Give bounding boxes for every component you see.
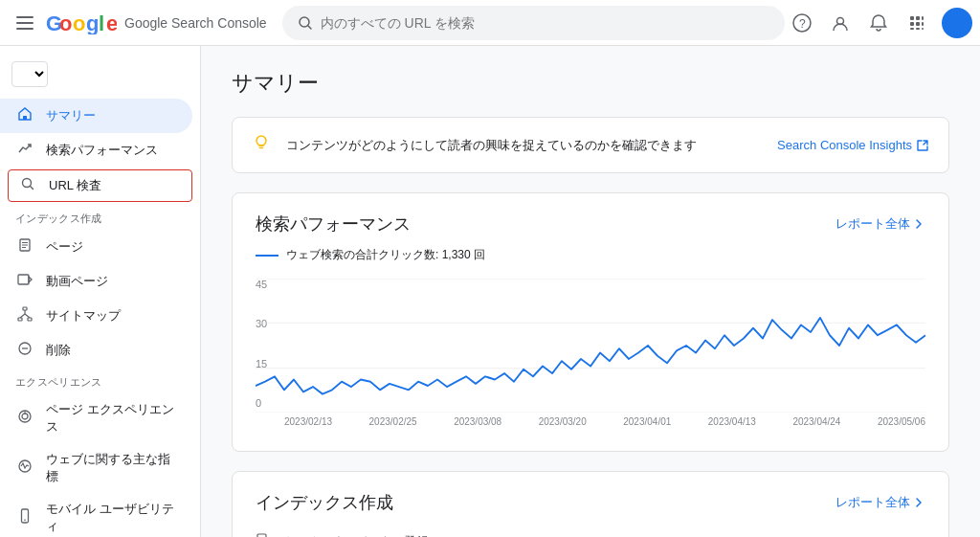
- menu-button[interactable]: [8, 6, 42, 40]
- search-performance-card: 検索パフォーマンス レポート全体 ウェブ検索の合計クリック数: 1,330 回 …: [232, 192, 949, 452]
- home-icon: [15, 106, 34, 125]
- index-chevron-icon: [912, 496, 925, 509]
- sidebar-item-removals[interactable]: 削除: [0, 333, 192, 368]
- sidebar-label-url-inspection: URL 検査: [49, 177, 101, 194]
- svg-text:l: l: [99, 11, 104, 34]
- svg-point-41: [22, 414, 28, 419]
- sidebar-item-search-performance[interactable]: 検索パフォーマンス: [0, 133, 192, 168]
- account-button[interactable]: [823, 6, 858, 40]
- header-actions: ?: [785, 6, 972, 40]
- notifications-button[interactable]: [861, 6, 896, 40]
- sidebar-label-sitemaps: サイトマップ: [46, 307, 121, 324]
- url-search-icon: [18, 176, 37, 195]
- svg-line-37: [25, 314, 30, 318]
- svg-rect-18: [916, 22, 920, 26]
- svg-text:e: e: [106, 11, 117, 34]
- svg-text:g: g: [86, 11, 99, 34]
- mobile-icon: [15, 508, 34, 527]
- app-layout: サマリー 検索パフォーマンス URL 検査 インデックス作成 ページ: [0, 46, 980, 537]
- chevron-right-icon: [912, 217, 925, 231]
- account-icon: [831, 13, 850, 33]
- svg-rect-34: [28, 318, 32, 321]
- sidebar-item-web-vitals[interactable]: ウェブに関する主な指標: [0, 443, 192, 493]
- svg-rect-21: [916, 28, 920, 30]
- info-banner: コンテンツがどのようにして読者の興味を捉えているのかを確認できます Search…: [232, 117, 949, 173]
- svg-text:o: o: [59, 11, 72, 34]
- insights-link[interactable]: Search Console Insights: [777, 138, 929, 152]
- chart-area: 45 30 15 0: [256, 279, 925, 432]
- sidebar-label-web-vitals: ウェブに関する主な指標: [46, 451, 177, 485]
- index-item-row: ページのインデックス登録: [256, 526, 925, 537]
- video-icon: [15, 272, 34, 291]
- svg-rect-19: [922, 22, 924, 26]
- property-selector[interactable]: [11, 61, 48, 87]
- index-item-label: ページのインデックス登録: [279, 533, 429, 537]
- trending-icon: [15, 141, 34, 160]
- sidebar-item-page-experience[interactable]: ページ エクスペリエンス: [0, 393, 192, 443]
- main-content: サマリー コンテンツがどのようにして読者の興味を捉えているのかを確認できます S…: [201, 46, 980, 537]
- svg-rect-2: [16, 28, 33, 30]
- user-avatar[interactable]: [942, 8, 972, 38]
- chart-with-labels: 45 30 15 0: [256, 279, 925, 413]
- sidebar-label-page-experience: ページ エクスペリエンス: [46, 401, 177, 436]
- page-title: サマリー: [232, 69, 949, 98]
- chart-svg-wrapper: [256, 279, 925, 413]
- menu-icon: [16, 14, 33, 32]
- app-name: Google Search Console: [124, 15, 267, 31]
- sidebar-item-video-pages[interactable]: 動画ページ: [0, 264, 192, 299]
- svg-point-48: [256, 136, 266, 145]
- svg-rect-16: [922, 16, 924, 20]
- svg-rect-22: [922, 28, 924, 30]
- svg-text:o: o: [73, 11, 85, 34]
- sidebar-section-experience: エクスペリエンス: [0, 368, 200, 393]
- svg-point-43: [19, 460, 31, 472]
- index-report-link[interactable]: レポート全体: [835, 494, 925, 511]
- apps-button[interactable]: [900, 6, 934, 40]
- line-chart-svg: [256, 279, 925, 413]
- index-item: ページのインデックス登録: [256, 533, 429, 537]
- sidebar-item-url-inspection[interactable]: URL 検査: [8, 169, 192, 202]
- sidebar-item-sitemaps[interactable]: サイトマップ: [0, 299, 192, 333]
- svg-rect-33: [18, 318, 22, 321]
- svg-marker-31: [29, 277, 32, 282]
- external-link-icon: [916, 139, 929, 152]
- sidebar-section-index: インデックス作成: [0, 204, 200, 230]
- card-header-performance: 検索パフォーマンス レポート全体: [256, 213, 925, 235]
- app-header: G o o g l e Google Search Console ?: [0, 0, 980, 46]
- svg-rect-15: [916, 16, 920, 20]
- sidebar-item-mobile[interactable]: モバイル ユーザビリティ: [0, 493, 192, 537]
- svg-rect-23: [23, 116, 27, 120]
- chart-legend: ウェブ検索の合計クリック数: 1,330 回: [256, 247, 925, 263]
- svg-rect-20: [910, 28, 914, 30]
- vitals-icon: [15, 459, 34, 478]
- svg-text:?: ?: [799, 17, 806, 31]
- sidebar: サマリー 検索パフォーマンス URL 検査 インデックス作成 ページ: [0, 46, 201, 537]
- svg-rect-17: [910, 22, 914, 26]
- svg-line-25: [31, 187, 33, 190]
- svg-rect-30: [18, 275, 29, 284]
- card-header-index: インデックス作成 レポート全体: [256, 491, 925, 514]
- index-title: インデックス作成: [256, 491, 393, 514]
- svg-rect-32: [23, 307, 27, 310]
- sidebar-label-pages: ページ: [46, 238, 83, 256]
- sidebar-item-pages[interactable]: ページ: [0, 230, 192, 264]
- chart-x-labels: 2023/02/13 2023/02/25 2023/03/08 2023/03…: [256, 416, 925, 427]
- sidebar-label-removals: 削除: [46, 342, 71, 359]
- search-icon: [298, 15, 313, 31]
- help-icon: ?: [792, 13, 812, 33]
- index-card: インデックス作成 レポート全体 ページのインデックス登録: [232, 471, 949, 537]
- app-logo: G o o g l e Google Search Console: [46, 11, 267, 34]
- sidebar-item-summary[interactable]: サマリー: [0, 99, 192, 133]
- bell-icon: [869, 13, 888, 33]
- info-banner-text: コンテンツがどのようにして読者の興味を捉えているのかを確認できます: [286, 137, 762, 154]
- performance-report-link[interactable]: レポート全体: [835, 215, 925, 233]
- lightbulb-icon: [252, 133, 271, 157]
- sitemap-icon: [15, 306, 34, 325]
- help-button[interactable]: ?: [785, 6, 819, 40]
- google-logo: G o o g l e: [46, 11, 117, 34]
- sidebar-label-video-pages: 動画ページ: [46, 273, 108, 290]
- sidebar-label-summary: サマリー: [46, 107, 96, 124]
- pages-icon: [15, 237, 34, 257]
- search-bar[interactable]: [282, 6, 785, 40]
- url-search-input[interactable]: [321, 15, 769, 31]
